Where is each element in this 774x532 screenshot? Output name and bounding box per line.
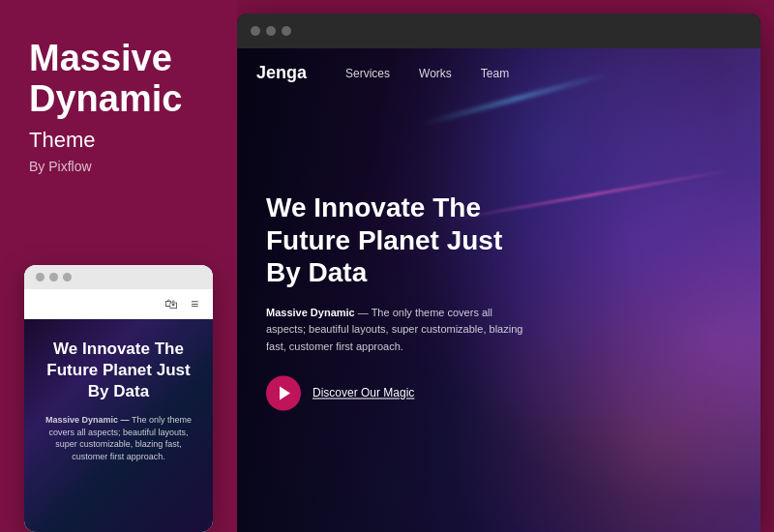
mobile-dot-2 bbox=[49, 273, 58, 281]
play-icon bbox=[280, 386, 290, 399]
theme-title: MassiveDynamic Theme By Pixflow bbox=[29, 39, 213, 203]
hero-cta: Discover Our Magic bbox=[266, 375, 525, 410]
left-panel: MassiveDynamic Theme By Pixflow 🛍 ≡ We I… bbox=[0, 0, 237, 532]
theme-title-text: MassiveDynamic bbox=[29, 39, 213, 120]
mobile-dot-3 bbox=[63, 273, 72, 281]
cart-icon: 🛍 bbox=[164, 297, 178, 310]
theme-author: By Pixflow bbox=[29, 159, 213, 174]
browser-titlebar bbox=[237, 14, 760, 48]
mobile-hero-description: Massive Dynamic — The only theme covers … bbox=[39, 414, 198, 462]
browser-content: Jenga Services Works Team We Innovate Th… bbox=[237, 48, 760, 532]
menu-icon: ≡ bbox=[188, 297, 201, 310]
browser-dot-3 bbox=[282, 26, 291, 36]
site-logo[interactable]: Jenga bbox=[256, 63, 307, 83]
browser-dot-1 bbox=[251, 26, 260, 36]
mobile-preview-card: 🛍 ≡ We Innovate The Future Planet Just B… bbox=[24, 265, 213, 532]
hero-content: We Innovate The Future Planet Just By Da… bbox=[237, 192, 525, 410]
mobile-hero-title: We Innovate The Future Planet Just By Da… bbox=[39, 339, 198, 402]
hero-heading: We Innovate The Future Planet Just By Da… bbox=[266, 192, 525, 289]
theme-subtitle: Theme bbox=[29, 128, 213, 153]
hero-description: Massive Dynamic — The only theme covers … bbox=[266, 305, 525, 356]
mobile-titlebar bbox=[24, 265, 213, 289]
play-button[interactable] bbox=[266, 375, 301, 410]
nav-link-services[interactable]: Services bbox=[345, 67, 390, 80]
mobile-nav: 🛍 ≡ bbox=[24, 289, 213, 319]
nav-links: Services Works Team bbox=[345, 67, 509, 80]
mobile-dot-1 bbox=[36, 273, 45, 281]
cta-link[interactable]: Discover Our Magic bbox=[313, 386, 414, 399]
mobile-hero: We Innovate The Future Planet Just By Da… bbox=[24, 319, 213, 532]
nav-link-works[interactable]: Works bbox=[419, 67, 452, 80]
mobile-hero-bold: Massive Dynamic — bbox=[45, 415, 130, 425]
hero-description-bold: Massive Dynamic bbox=[266, 307, 355, 318]
browser-dot-2 bbox=[266, 26, 276, 36]
site-navbar: Jenga Services Works Team bbox=[237, 48, 760, 98]
browser-window: Jenga Services Works Team We Innovate Th… bbox=[237, 14, 760, 532]
nav-link-team[interactable]: Team bbox=[481, 67, 509, 80]
